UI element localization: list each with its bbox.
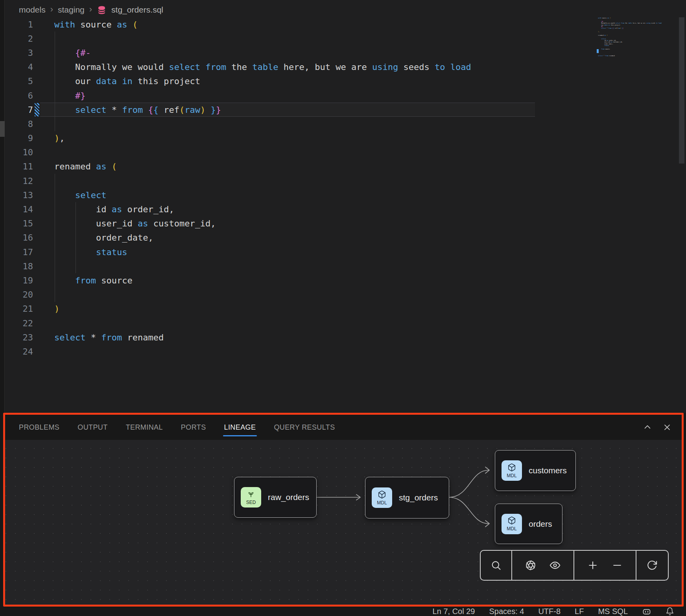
minimap[interactable]: with source as ( {#- Normally we would s…: [597, 17, 675, 167]
lineage-node-orders[interactable]: MDL orders: [495, 504, 562, 544]
code-text: select * from renamed: [54, 333, 164, 342]
zoom-in-plus-icon[interactable]: [587, 560, 598, 571]
refresh-icon[interactable]: [647, 560, 658, 571]
gutter: [33, 60, 54, 74]
code-line-15[interactable]: 15 user_id as customer_id,: [5, 217, 595, 231]
line-number: 13: [5, 190, 33, 200]
panel-tab-output[interactable]: OUTPUT: [77, 423, 107, 432]
lineage-node-raw-orders[interactable]: SED raw_orders: [234, 477, 317, 518]
status-cursor-position[interactable]: Ln 7, Col 29: [433, 607, 475, 616]
code-line-21[interactable]: 21): [5, 302, 595, 316]
line-number: 21: [5, 304, 33, 314]
zoom-out-minus-icon[interactable]: [612, 560, 623, 571]
indent-guide: [55, 259, 55, 273]
panel-close-icon[interactable]: [663, 423, 671, 432]
code-line-1[interactable]: 1with source as (: [5, 17, 595, 31]
code-line-3[interactable]: 3 {#-: [5, 46, 595, 60]
copilot-icon[interactable]: [642, 607, 651, 616]
code-line-8[interactable]: 8: [5, 117, 595, 131]
line-number: 6: [5, 91, 33, 101]
breadcrumb: models › staging › stg_orders.sql: [19, 3, 163, 17]
code-line-11[interactable]: 11renamed as (: [5, 160, 595, 174]
code-text: id as order_id,: [54, 204, 174, 214]
line-number: 22: [5, 318, 33, 328]
lineage-node-customers[interactable]: MDL customers: [495, 450, 576, 491]
code-text: status: [54, 247, 127, 257]
vscode-window: models › staging › stg_orders.sql 1with …: [0, 0, 686, 616]
panel-maximize-chevron-icon[interactable]: [643, 423, 652, 432]
line-number: 18: [5, 261, 33, 271]
search-icon[interactable]: [491, 560, 502, 571]
chevron-right-icon: ›: [50, 4, 53, 15]
code-line-17[interactable]: 17 status: [5, 245, 595, 259]
status-eol[interactable]: LF: [575, 607, 584, 616]
code-content[interactable]: 1with source as (23 {#-4 Normally we wou…: [5, 17, 595, 359]
eye-icon[interactable]: [550, 560, 561, 571]
line-number: 17: [5, 247, 33, 257]
code-text: user_id as customer_id,: [54, 219, 216, 228]
code-line-19[interactable]: 19 from source: [5, 273, 595, 287]
indent-guide: [55, 288, 55, 302]
code-line-12[interactable]: 12: [5, 174, 595, 188]
sidebar-drag-handle[interactable]: [0, 121, 5, 137]
breadcrumb-filename[interactable]: stg_orders.sql: [111, 5, 163, 15]
panel-tab-problems[interactable]: PROBLEMS: [19, 423, 59, 432]
status-indentation[interactable]: Spaces: 4: [489, 607, 524, 616]
status-language-mode[interactable]: MS SQL: [598, 607, 628, 616]
line-number: 11: [5, 162, 33, 171]
code-text: #}: [54, 91, 85, 101]
line-number: 14: [5, 204, 33, 214]
code-editor[interactable]: models › staging › stg_orders.sql 1with …: [0, 0, 686, 413]
code-text: select * from {{ ref(raw) }}: [54, 105, 221, 115]
panel-tabbar: PROBLEMSOUTPUTTERMINALPORTSLINEAGEQUERY …: [5, 415, 682, 440]
code-line-22[interactable]: 22: [5, 316, 595, 330]
line-number: 23: [5, 333, 33, 342]
gutter: [33, 88, 54, 103]
code-line-2[interactable]: 2: [5, 31, 595, 46]
node-label: orders: [529, 519, 552, 529]
bell-icon[interactable]: [666, 607, 674, 616]
code-line-6[interactable]: 6 #}: [5, 88, 595, 103]
code-line-9[interactable]: 9),: [5, 131, 595, 145]
code-line-14[interactable]: 14 id as order_id,: [5, 202, 595, 216]
aperture-icon[interactable]: [525, 560, 536, 571]
code-text: ): [54, 304, 59, 314]
code-line-16[interactable]: 16 order_date,: [5, 231, 595, 245]
code-line-20[interactable]: 20: [5, 288, 595, 302]
code-line-4[interactable]: 4 Normally we would select from the tabl…: [5, 60, 595, 74]
line-number: 19: [5, 276, 33, 285]
code-line-5[interactable]: 5 our data in this project: [5, 74, 595, 88]
panel-tab-query-results[interactable]: QUERY RESULTS: [274, 423, 335, 432]
badge-label: MDL: [507, 473, 516, 478]
lineage-canvas[interactable]: SED raw_orders MDL stg_orders: [5, 440, 682, 605]
code-text: from source: [54, 276, 133, 285]
code-text: select: [54, 190, 106, 200]
status-encoding[interactable]: UTF-8: [538, 607, 561, 616]
code-line-24[interactable]: 24: [5, 344, 595, 359]
line-number: 15: [5, 219, 33, 228]
code-text: order_date,: [54, 233, 153, 243]
line-number: 3: [5, 48, 33, 58]
model-badge: MDL: [372, 487, 392, 508]
gutter: [33, 302, 54, 316]
line-number: 9: [5, 133, 33, 143]
cube-icon: [378, 490, 386, 500]
gutter: [33, 231, 54, 245]
gutter: [33, 273, 54, 287]
gutter: [33, 217, 54, 231]
code-line-10[interactable]: 10: [5, 145, 595, 160]
panel-tab-ports[interactable]: PORTS: [181, 423, 206, 432]
code-line-7[interactable]: 7 select * from {{ ref(raw) }}: [5, 103, 595, 117]
lineage-node-stg-orders[interactable]: MDL stg_orders: [365, 477, 449, 519]
gutter: [33, 330, 54, 344]
code-line-23[interactable]: 23select * from renamed: [5, 330, 595, 344]
indent-guide: [76, 259, 76, 273]
breadcrumb-item-staging[interactable]: staging: [58, 5, 85, 15]
breadcrumb-item-models[interactable]: models: [19, 5, 46, 15]
model-badge: MDL: [502, 514, 522, 534]
panel-tab-lineage[interactable]: LINEAGE: [224, 423, 256, 432]
code-line-18[interactable]: 18: [5, 259, 595, 273]
editor-scrollbar[interactable]: [679, 17, 684, 164]
code-line-13[interactable]: 13 select: [5, 188, 595, 202]
panel-tab-terminal[interactable]: TERMINAL: [126, 423, 163, 432]
